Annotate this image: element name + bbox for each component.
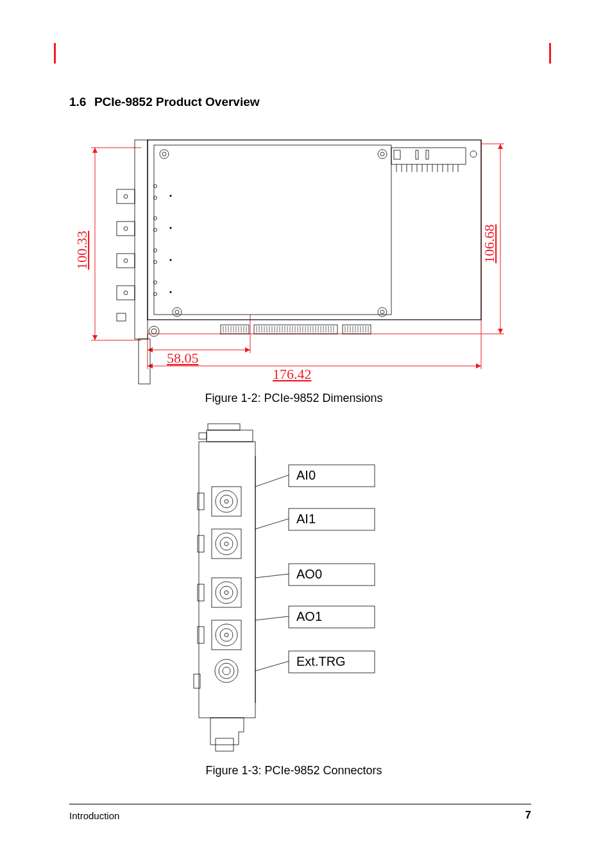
bnc-ao0 <box>198 578 241 607</box>
svg-marker-7 <box>498 329 503 334</box>
svg-rect-22 <box>117 221 135 236</box>
crop-mark-tr <box>549 43 551 64</box>
svg-point-138 <box>216 533 237 555</box>
svg-rect-137 <box>212 529 241 559</box>
bnc-ai1 <box>198 529 241 559</box>
svg-line-158 <box>255 574 289 578</box>
svg-point-68 <box>170 291 171 293</box>
svg-point-153 <box>219 663 234 679</box>
svg-rect-141 <box>198 535 204 552</box>
svg-marker-6 <box>498 144 503 149</box>
svg-line-159 <box>255 616 289 620</box>
svg-rect-147 <box>212 620 241 650</box>
svg-point-133 <box>216 490 237 512</box>
dim-height-right: 106.68 <box>481 225 497 264</box>
crop-mark-tl <box>54 43 56 64</box>
svg-rect-55 <box>416 150 418 159</box>
svg-rect-128 <box>208 424 240 430</box>
svg-point-38 <box>380 310 384 314</box>
svg-marker-17 <box>476 363 481 369</box>
svg-point-31 <box>160 150 169 159</box>
svg-point-70 <box>151 329 157 334</box>
svg-rect-129 <box>199 433 207 439</box>
label-ai1: AI1 <box>296 512 316 526</box>
label-ao1: AO1 <box>296 609 322 623</box>
svg-line-160 <box>255 661 289 671</box>
svg-rect-71 <box>139 339 150 384</box>
svg-point-135 <box>225 499 228 503</box>
svg-rect-142 <box>212 578 241 607</box>
footer-page-number: 7 <box>525 809 531 822</box>
svg-point-148 <box>216 624 237 646</box>
svg-point-21 <box>124 195 128 198</box>
svg-point-32 <box>162 152 166 156</box>
svg-point-154 <box>223 667 230 675</box>
label-ai0: AI0 <box>296 468 316 482</box>
svg-point-139 <box>220 537 233 550</box>
dim-width-partial: 58.05 <box>167 350 199 366</box>
svg-point-39 <box>470 151 477 157</box>
footer-rule <box>69 804 531 804</box>
svg-point-25 <box>124 259 128 263</box>
bnc-ao1 <box>198 620 241 650</box>
svg-rect-29 <box>148 140 481 320</box>
svg-marker-2 <box>92 335 98 340</box>
svg-rect-56 <box>426 150 429 159</box>
bracket-connectors-figure: AI0 AI1 AO0 AO1 Ext.TRG <box>180 417 436 758</box>
svg-point-152 <box>215 659 238 682</box>
svg-rect-136 <box>198 493 204 510</box>
svg-point-150 <box>225 633 228 637</box>
svg-rect-132 <box>212 487 241 516</box>
section-number: 1.6 <box>69 95 86 108</box>
svg-rect-24 <box>117 254 135 268</box>
svg-rect-72 <box>221 325 249 334</box>
svg-point-37 <box>378 308 387 317</box>
svg-point-67 <box>170 259 171 261</box>
svg-rect-146 <box>198 584 204 601</box>
svg-point-145 <box>225 591 228 595</box>
svg-point-27 <box>124 291 128 295</box>
svg-point-66 <box>170 227 171 229</box>
svg-marker-12 <box>245 347 250 352</box>
svg-point-36 <box>175 310 179 314</box>
smb-ext-trg <box>215 659 238 682</box>
bnc-ai0 <box>198 487 241 516</box>
svg-rect-127 <box>199 442 255 718</box>
svg-line-157 <box>255 519 289 529</box>
label-ext-trg: Ext.TRG <box>296 654 346 668</box>
svg-point-140 <box>225 542 228 546</box>
svg-point-143 <box>216 582 237 603</box>
svg-point-34 <box>380 152 384 156</box>
svg-rect-151 <box>198 627 204 643</box>
footer-left: Introduction <box>69 810 119 821</box>
svg-point-134 <box>220 495 233 508</box>
svg-rect-26 <box>117 286 135 300</box>
svg-point-23 <box>124 227 128 230</box>
svg-point-65 <box>170 195 171 196</box>
section-heading: 1.6 PCIe-9852 Product Overview <box>69 95 260 109</box>
section-title-text: PCIe-9852 Product Overview <box>94 95 260 108</box>
svg-rect-131 <box>194 674 200 688</box>
dim-height-left: 100.33 <box>74 231 90 270</box>
svg-rect-28 <box>117 313 126 321</box>
svg-rect-73 <box>254 325 337 334</box>
svg-rect-30 <box>154 145 391 315</box>
svg-marker-1 <box>92 148 98 153</box>
front-jacks <box>117 189 135 321</box>
svg-rect-19 <box>135 140 148 339</box>
svg-point-144 <box>220 586 233 599</box>
figure1-caption: Figure 1-2: PCIe-9852 Dimensions <box>69 392 518 405</box>
svg-point-69 <box>149 326 159 336</box>
figure2-caption: Figure 1-3: PCIe-9852 Connectors <box>69 764 518 777</box>
svg-rect-126 <box>207 430 253 442</box>
svg-point-33 <box>378 150 387 159</box>
pcb-dimensions-figure: 100.33 106.68 58.05 176.42 <box>58 122 558 404</box>
svg-point-35 <box>173 308 182 317</box>
svg-point-149 <box>220 629 233 641</box>
svg-rect-20 <box>117 189 135 204</box>
pcie-edge-connector <box>221 325 371 334</box>
svg-line-156 <box>255 475 289 487</box>
svg-rect-74 <box>343 325 371 334</box>
dim-width-full: 176.42 <box>273 366 312 382</box>
label-ao0: AO0 <box>296 567 322 581</box>
